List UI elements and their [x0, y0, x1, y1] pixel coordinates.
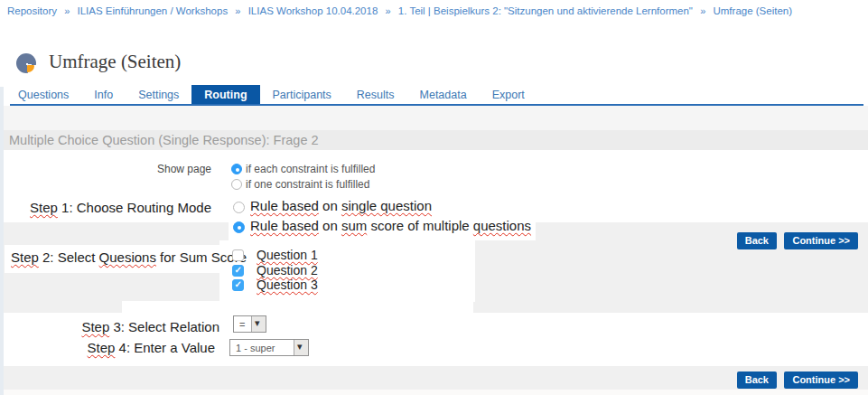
- breadcrumb-link-workshop-date[interactable]: ILIAS Workshop 10.04.2018: [248, 5, 378, 16]
- spacer-band: [0, 106, 868, 130]
- annotation-box: [122, 301, 473, 313]
- toolbar-top: Back Continue >>: [733, 231, 858, 249]
- tab-results[interactable]: Results: [344, 85, 407, 106]
- checkbox-question-1[interactable]: [232, 249, 244, 261]
- radio-rule-single-question-label: Rule based on single question: [250, 198, 432, 213]
- tab-participants[interactable]: Participants: [260, 85, 344, 106]
- pie-chart-icon: [16, 53, 36, 73]
- chevron-down-icon: [251, 316, 266, 332]
- breadcrumb-link-repository[interactable]: Repository: [7, 5, 57, 16]
- footer-strip: [0, 390, 868, 395]
- radio-rule-single-question[interactable]: [233, 202, 245, 213]
- breadcrumb-separator: »: [235, 5, 240, 16]
- step1-annotation: Step 1: Choose Routing Mode: [30, 200, 211, 215]
- checkbox-question-3[interactable]: [232, 279, 244, 291]
- tab-settings[interactable]: Settings: [126, 85, 191, 106]
- toolbar-bottom: Back Continue >>: [733, 371, 858, 389]
- breadcrumb-separator: »: [700, 5, 705, 16]
- show-page-label: Show page: [157, 163, 211, 175]
- value-select[interactable]: 1 - super: [229, 339, 309, 356]
- radio-each-constraint[interactable]: [231, 164, 242, 174]
- checkbox-question-2-label: Question 2: [257, 263, 318, 277]
- breadcrumb-separator: »: [64, 5, 70, 16]
- step2-annotation: Step 2: Select Quesions for Sum Score: [11, 249, 247, 265]
- breadcrumb: Repository » ILIAS Einführungen / Worksh…: [7, 5, 792, 16]
- tab-metadata[interactable]: Metadata: [407, 85, 480, 106]
- step4-annotation: Step 4: Enter a Value: [88, 340, 215, 355]
- page-title: Umfrage (Seiten): [49, 51, 181, 73]
- continue-button[interactable]: Continue >>: [784, 232, 858, 249]
- checkbox-question-3-label: Question 3: [257, 277, 318, 292]
- tab-info[interactable]: Info: [81, 85, 126, 106]
- relation-select[interactable]: =: [233, 315, 266, 333]
- radio-one-constraint[interactable]: [231, 179, 242, 190]
- continue-button[interactable]: Continue >>: [784, 371, 858, 389]
- breadcrumb-separator: »: [386, 5, 391, 16]
- checkbox-question-1-label: Question 1: [257, 248, 318, 262]
- left-margin-strip: [0, 87, 4, 395]
- section-header: Multiple Choice Question (Single Respons…: [0, 130, 868, 150]
- radio-rule-sum-score-label: Rule based on sum score of multiple ques…: [250, 218, 531, 233]
- back-button[interactable]: Back: [737, 371, 777, 389]
- breadcrumb-link-workshops[interactable]: ILIAS Einführungen / Workshops: [78, 5, 229, 16]
- value-select-value: 1 - super: [236, 343, 275, 353]
- radio-rule-sum-score[interactable]: [233, 221, 245, 233]
- radio-each-constraint-label: if each constraint is fulfilled: [246, 163, 375, 175]
- relation-select-value: =: [239, 319, 245, 330]
- breadcrumb-link-course[interactable]: 1. Teil | Beispielkurs 2: "Sitzungen und…: [398, 5, 693, 16]
- chevron-down-icon: [294, 340, 308, 355]
- ilias-routing-page: Repository » ILIAS Einführungen / Worksh…: [0, 0, 868, 395]
- radio-one-constraint-label: if one constraint is fulfilled: [246, 178, 369, 191]
- tab-export[interactable]: Export: [480, 85, 537, 106]
- step3-annotation: Step 3: Select Relation: [81, 319, 219, 334]
- breadcrumb-link-survey[interactable]: Umfrage (Seiten): [713, 5, 792, 16]
- tab-bar: Questions Info Settings Routing Particip…: [5, 85, 868, 106]
- section-title: Multiple Choice Question (Single Respons…: [9, 133, 319, 147]
- back-button[interactable]: Back: [737, 232, 777, 249]
- checkbox-question-2[interactable]: [232, 265, 244, 277]
- tab-routing[interactable]: Routing: [191, 85, 259, 106]
- pie-slice-icon: [27, 65, 34, 72]
- tab-questions[interactable]: Questions: [5, 85, 81, 106]
